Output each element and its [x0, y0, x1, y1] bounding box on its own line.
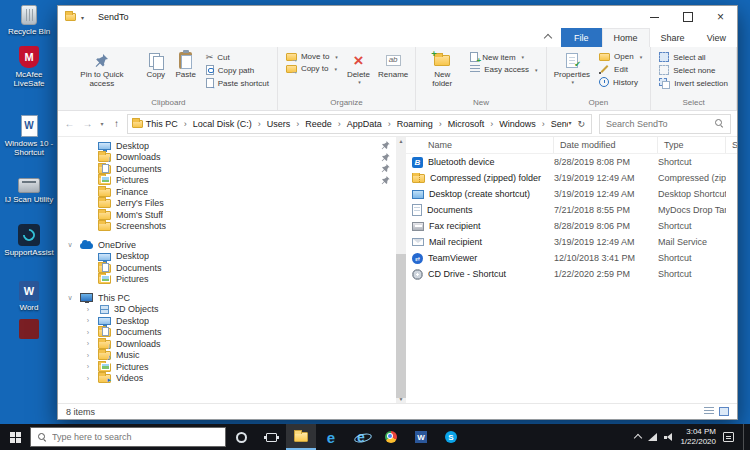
maximize-button[interactable]: [671, 6, 704, 28]
volume-icon[interactable]: [664, 433, 673, 441]
nav-item[interactable]: Desktop: [58, 140, 396, 152]
breadcrumb-segment[interactable]: Local Disk (C:): [190, 119, 264, 129]
TeamViewer[interactable]: TeamViewer 12/10/2018 3:41 PM Shortcut: [406, 250, 737, 266]
taskbar-word[interactable]: [406, 424, 436, 450]
column-header[interactable]: Date modified: [554, 137, 658, 153]
expander-chevron-icon[interactable]: ∨: [66, 241, 74, 249]
desktop-icon-recycle-bin[interactable]: Recycle Bin: [2, 5, 56, 36]
scrollbar-thumb[interactable]: [396, 254, 406, 398]
show-hidden-icons-icon[interactable]: [634, 434, 642, 442]
address-field[interactable]: This PCLocal Disk (C:)UsersReedeAppDataR…: [127, 114, 592, 134]
tab-home[interactable]: Home: [602, 28, 650, 47]
desktop-icon-supportassist[interactable]: SupportAssist: [2, 224, 56, 257]
start-button[interactable]: [0, 424, 30, 450]
nav-item[interactable]: › Music: [58, 350, 396, 362]
rename-button[interactable]: Rename: [374, 49, 412, 82]
desktop-icon-mcafee[interactable]: McAfee LiveSafe: [2, 46, 56, 88]
nav-item[interactable]: › Pictures: [58, 361, 396, 373]
taskbar-skype[interactable]: [436, 424, 466, 450]
details-view-icon[interactable]: [704, 407, 714, 416]
expander-chevron-icon[interactable]: ›: [84, 375, 92, 382]
expander-chevron-icon[interactable]: ∨: [66, 294, 74, 302]
address-dropdown-icon[interactable]: ▾: [568, 119, 571, 129]
network-icon[interactable]: [648, 433, 657, 441]
expander-chevron-icon[interactable]: ›: [84, 329, 92, 336]
select-none-button[interactable]: Select none: [656, 65, 731, 75]
action-center-icon[interactable]: [723, 432, 734, 442]
nav-item[interactable]: ∨ This PC: [58, 292, 396, 304]
properties-button[interactable]: Properties: [550, 49, 594, 88]
column-header[interactable]: Size: [726, 137, 737, 153]
edit-button[interactable]: Edit: [596, 64, 645, 74]
breadcrumb-segment[interactable]: Microsoft: [445, 119, 497, 129]
back-button[interactable]: ←: [62, 118, 77, 129]
invert-selection-button[interactable]: Invert selection: [656, 78, 731, 89]
desktop-icon-windows10-shortcut[interactable]: Windows 10 - Shortcut: [2, 115, 56, 157]
large-icons-view-icon[interactable]: [719, 407, 729, 416]
close-button[interactable]: [704, 6, 737, 28]
nav-item[interactable]: Screenshots: [58, 221, 396, 233]
taskbar-search-input[interactable]: [52, 432, 218, 442]
nav-scrollbar[interactable]: ▲ ▼: [396, 137, 406, 403]
CD Drive - Shortcut[interactable]: CD Drive - Shortcut 1/22/2020 2:59 PM Sh…: [406, 266, 737, 282]
expander-chevron-icon[interactable]: ›: [84, 363, 92, 370]
paste-shortcut-button[interactable]: Paste shortcut: [203, 78, 272, 88]
open-button[interactable]: Open: [596, 52, 645, 61]
nav-item[interactable]: › 3D Objects: [58, 304, 396, 316]
search-box[interactable]: [599, 114, 731, 134]
taskbar-chrome[interactable]: [376, 424, 406, 450]
nav-item[interactable]: Finance: [58, 186, 396, 198]
titlebar[interactable]: ▾ SendTo: [58, 6, 737, 28]
taskbar-internet-explorer[interactable]: [346, 424, 376, 450]
move-to-button[interactable]: Move to: [283, 52, 341, 61]
breadcrumb-segment[interactable]: SendTo: [548, 119, 569, 129]
Mail recipient[interactable]: Mail recipient 3/19/2019 12:49 AM Mail S…: [406, 234, 737, 250]
up-button[interactable]: ↑: [109, 118, 124, 129]
pin-to-quick-access-button[interactable]: Pin to Quick access: [63, 49, 141, 91]
cut-button[interactable]: Cut: [203, 52, 272, 62]
taskbar-file-explorer[interactable]: [286, 424, 316, 450]
nav-item[interactable]: Documents: [58, 163, 396, 175]
show-desktop-button[interactable]: [743, 424, 747, 450]
search-input[interactable]: [606, 119, 715, 129]
paste-button[interactable]: Paste: [171, 49, 201, 82]
nav-item[interactable]: Mom's Stuff: [58, 209, 396, 221]
collapse-ribbon-icon[interactable]: [544, 33, 552, 41]
Documents[interactable]: Documents 7/21/2018 8:55 PM MyDocs Drop …: [406, 202, 737, 218]
copy-path-button[interactable]: Copy path: [203, 65, 272, 75]
nav-item[interactable]: Jerry's Files: [58, 198, 396, 210]
Bluetooth device[interactable]: Bluetooth device 8/28/2019 8:08 PM Short…: [406, 154, 737, 170]
nav-item[interactable]: Desktop: [58, 251, 396, 263]
breadcrumb-segment[interactable]: Users: [264, 119, 303, 129]
desktop-icon-app-tile[interactable]: [2, 319, 56, 341]
taskbar-clock[interactable]: 3:04 PM 1/22/2020: [680, 427, 716, 448]
breadcrumb-segment[interactable]: AppData: [344, 119, 394, 129]
desktop-icon-ij-scan-utility[interactable]: IJ Scan Utility: [2, 173, 56, 204]
desktop-icon-word[interactable]: Word: [2, 281, 56, 312]
expander-chevron-icon[interactable]: ›: [84, 352, 92, 359]
new-folder-button[interactable]: New folder: [419, 49, 465, 91]
select-all-button[interactable]: Select all: [656, 52, 731, 62]
scroll-down-icon[interactable]: ▼: [396, 396, 406, 402]
tab-share[interactable]: Share: [650, 28, 696, 47]
nav-item[interactable]: › Videos: [58, 373, 396, 385]
breadcrumb-segment[interactable]: Windows: [496, 119, 548, 129]
taskbar-cortana[interactable]: [226, 424, 256, 450]
Compressed (zipped) folder[interactable]: Compressed (zipped) folder 3/19/2019 12:…: [406, 170, 737, 186]
tab-file[interactable]: File: [561, 28, 602, 47]
nav-item[interactable]: Pictures: [58, 274, 396, 286]
nav-item[interactable]: › Desktop: [58, 315, 396, 327]
nav-item[interactable]: Pictures: [58, 175, 396, 187]
nav-item[interactable]: [58, 285, 396, 292]
Fax recipient[interactable]: Fax recipient 8/28/2019 8:06 PM Shortcut: [406, 218, 737, 234]
nav-item[interactable]: Documents: [58, 262, 396, 274]
taskbar-edge[interactable]: [316, 424, 346, 450]
delete-button[interactable]: Delete: [343, 49, 374, 88]
new-item-button[interactable]: New item: [467, 52, 540, 62]
copy-to-button[interactable]: Copy to: [283, 64, 341, 73]
expander-chevron-icon[interactable]: ›: [84, 306, 92, 313]
refresh-icon[interactable]: ↻: [577, 119, 585, 129]
forward-button[interactable]: →: [80, 118, 95, 129]
column-header[interactable]: Name: [406, 137, 554, 153]
expander-chevron-icon[interactable]: ›: [84, 340, 92, 347]
